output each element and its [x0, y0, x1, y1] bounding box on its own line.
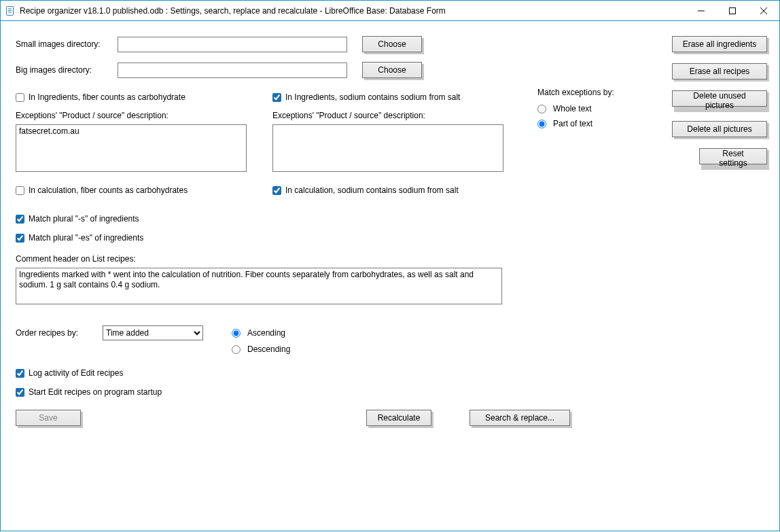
descending-radio[interactable] — [232, 345, 241, 354]
part-of-text-radio[interactable] — [537, 120, 546, 128]
fiber-carb-checkbox[interactable] — [16, 93, 24, 102]
log-activity-checkbox[interactable] — [16, 369, 24, 378]
whole-text-radio[interactable] — [537, 105, 546, 113]
erase-recipes-button[interactable]: Erase all recipes — [672, 63, 767, 79]
exceptions-right-label: Exceptions' "Product / source" descripti… — [272, 111, 509, 120]
big-images-dir-label: Big images directory: — [16, 65, 118, 75]
save-button[interactable]: Save — [16, 410, 81, 426]
exceptions-left-list[interactable] — [16, 124, 247, 172]
sodium-salt-checkbox[interactable] — [272, 93, 281, 102]
small-images-dir-label: Small images directory: — [16, 39, 118, 49]
match-es-checkbox[interactable] — [16, 234, 24, 243]
exceptions-left-label: Exceptions' "Product / source" descripti… — [16, 111, 252, 120]
window-title: Recipe organizer v18.1.0 published.odb :… — [20, 6, 686, 16]
start-on-startup-checkbox[interactable] — [16, 388, 24, 397]
match-exceptions-label: Match exceptions by: — [537, 88, 653, 97]
comment-header-label: Comment header on List recipes: — [16, 254, 654, 264]
order-by-label: Order recipes by: — [16, 325, 103, 338]
ascending-radio[interactable] — [232, 329, 241, 338]
ascending-label: Ascending — [247, 328, 285, 338]
delete-all-pictures-button[interactable]: Delete all pictures — [672, 121, 767, 137]
match-es-label: Match plural "-es" of ingredients — [29, 232, 143, 243]
recalculate-button[interactable]: Recalculate — [366, 410, 431, 426]
whole-text-label: Whole text — [553, 104, 592, 113]
search-replace-button[interactable]: Search & replace... — [469, 410, 570, 426]
sodium-salt-label: In Ingredients, sodium contains sodium f… — [285, 92, 460, 103]
order-by-select[interactable]: Time added — [103, 325, 203, 340]
choose-small-dir-button[interactable]: Choose — [362, 36, 422, 52]
big-images-dir-input[interactable] — [118, 63, 347, 78]
comment-header-textarea[interactable] — [16, 268, 502, 304]
log-activity-label: Log activity of Edit recipes — [29, 368, 123, 378]
erase-ingredients-button[interactable]: Erase all ingredients — [672, 36, 767, 52]
small-images-dir-input[interactable] — [118, 37, 347, 52]
reset-settings-button[interactable]: Reset settings — [699, 148, 767, 164]
form-frame: Erase all ingredients Erase all recipes … — [0, 20, 780, 531]
fiber-carb-label: In Ingredients, fiber counts as carbohyd… — [29, 92, 185, 103]
exceptions-right-list[interactable] — [272, 124, 503, 172]
calc-sodium-label: In calculation, sodium contains sodium f… — [285, 185, 459, 196]
calc-fiber-label: In calculation, fiber counts as carbohyd… — [29, 185, 188, 196]
titlebar: Recipe organizer v18.1.0 published.odb :… — [0, 0, 780, 20]
maximize-button[interactable] — [717, 1, 748, 20]
part-of-text-label: Part of text — [553, 119, 592, 128]
document-icon — [5, 5, 16, 16]
close-button[interactable] — [748, 1, 779, 20]
calc-sodium-checkbox[interactable] — [272, 186, 281, 195]
svg-rect-5 — [730, 7, 736, 14]
descending-label: Descending — [247, 344, 290, 354]
choose-big-dir-button[interactable]: Choose — [362, 62, 422, 78]
start-on-startup-label: Start Edit recipes on program startup — [29, 387, 162, 397]
delete-unused-pictures-button[interactable]: Delete unused pictures — [672, 90, 767, 107]
calc-fiber-checkbox[interactable] — [16, 186, 24, 195]
minimize-button[interactable] — [686, 1, 717, 20]
match-s-checkbox[interactable] — [16, 215, 24, 224]
match-s-label: Match plural "-s" of ingredients — [29, 213, 139, 224]
